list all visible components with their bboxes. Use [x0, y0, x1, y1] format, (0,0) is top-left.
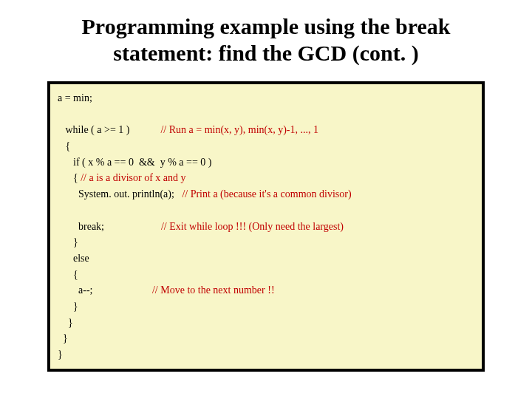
code-line: System. out. println(a);	[58, 188, 182, 200]
code-line: a--;	[58, 284, 152, 296]
code-line: break;	[58, 221, 161, 232]
code-line: {	[58, 140, 70, 151]
code-line: }	[58, 301, 78, 312]
code-line: else	[58, 253, 89, 264]
slide: Programming example using the break stat…	[0, 0, 532, 399]
code-comment: // Exit while loop !!! (Only need the la…	[161, 221, 344, 232]
code-comment: // a is a divisor of x and y	[81, 172, 185, 183]
code-comment: // Move to the next number !!	[152, 284, 275, 296]
code-line: a = min;	[58, 92, 92, 103]
code-line: {	[58, 172, 81, 183]
slide-title: Programming example using the break stat…	[0, 0, 532, 74]
code-box: a = min; while ( a >= 1 ) // Run a = min…	[47, 81, 485, 372]
code-line: while ( a >= 1 )	[58, 124, 160, 135]
code-line: }	[58, 236, 78, 248]
code-line: }	[58, 317, 73, 328]
title-line-2: statement: find the GCD (cont. )	[113, 41, 418, 65]
code-line: }	[58, 349, 63, 360]
code-line: }	[58, 332, 68, 344]
code-line: {	[58, 269, 78, 280]
code-comment: // Print a (because it's a common diviso…	[182, 188, 351, 200]
code-line: if ( x % a == 0 && y % a == 0 )	[58, 157, 212, 168]
title-line-1: Programming example using the break	[82, 14, 451, 38]
code-comment: // Run a = min(x, y), min(x, y)-1, ..., …	[160, 124, 318, 135]
